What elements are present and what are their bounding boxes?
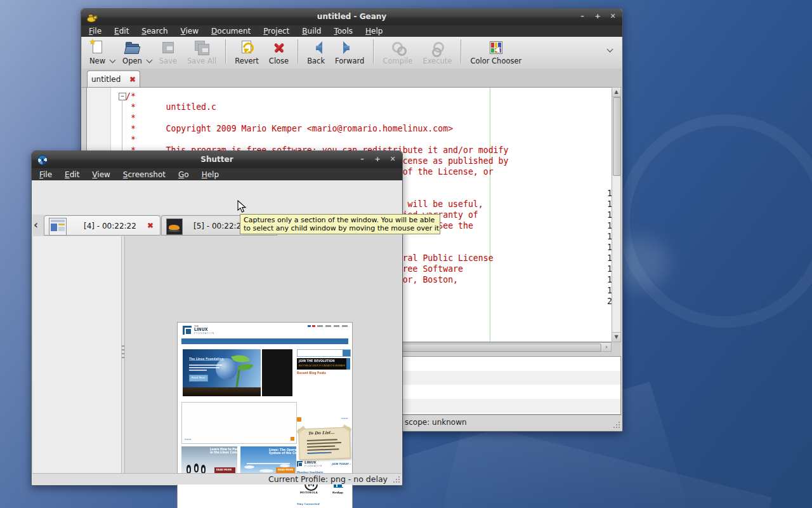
todo-title: To Do List... [308,430,334,435]
geany-menu-tools[interactable]: Tools [327,25,359,37]
scroll-up-icon[interactable]: ▲ [612,88,620,97]
tab-label: untitled [91,75,129,84]
compile-icon [390,40,405,55]
maximize-button[interactable]: + [593,11,602,22]
minimize-button[interactable]: – [578,11,587,22]
rss-icon [297,417,301,422]
geany-window-title: untitled - Geany [81,12,622,21]
screenshot-thumbnail [49,218,67,236]
blog-list [297,377,350,416]
scrollbar-thumb[interactable] [613,97,621,176]
tab-screenshot-4[interactable]: [4] - 00:22:22 ✖ [44,215,160,236]
toolbar-button-open[interactable]: Open [119,39,146,67]
hero-image: The Linux Foundation Read More [183,349,261,396]
geany-menu-file[interactable]: File [82,25,108,37]
minimize-button[interactable]: – [358,154,367,164]
toolbar-button-forward[interactable]: Forward [331,39,368,67]
resize-grip[interactable] [613,421,620,429]
geany-titlebar[interactable]: untitled - Geany – + ✕ [81,9,622,25]
tab-close-icon[interactable]: ✖ [129,75,136,84]
toolbar-button-label: Revert [235,57,259,65]
rss-icon [291,437,294,441]
editor-vertical-scrollbar[interactable]: ▲ ▼ [612,87,621,342]
wallpaper-wedge [433,420,772,508]
dropdown-chevron-icon[interactable] [110,53,115,65]
more-link: more [185,438,191,441]
maximize-button[interactable]: + [373,154,382,164]
top-links [317,325,348,327]
join-today-link: JOIN TODAY › [332,462,351,465]
flag-icon [312,325,315,327]
shutter-main-area: THE LINUX FOUNDATION The Linux Foundatio… [32,236,402,474]
shutter-menu-screenshot[interactable]: Screenshot [117,169,172,180]
shutter-statusbar: Current Profile: png - no delay [32,473,402,485]
toolbar-button-new[interactable]: ★New [86,39,109,67]
toolbar-button-close[interactable]: Close [265,39,292,67]
close-button[interactable]: ✕ [388,154,397,164]
announcements-panel: more [181,402,297,444]
scroll-down-icon[interactable]: ▼ [612,332,620,342]
wallpaper-ring [619,114,812,328]
motorola-label: MOTOROLA [300,491,318,494]
toolbar-button-label: Color Chooser [470,57,521,65]
scroll-right-icon[interactable]: › [602,343,611,351]
toolbar-button-save: Save [155,39,181,67]
toolbar-button-back[interactable]: Back [303,39,329,67]
color-chooser-icon [488,40,504,55]
geany-menu-build[interactable]: Build [296,25,327,37]
toolbar-button-revert[interactable]: Revert [231,39,263,67]
video-list [262,349,292,396]
close-icon [272,40,287,55]
stay-connected-heading: Stay Connected [297,502,320,505]
shutter-window: Shutter – + ✕ FileEditViewScreenshotGoHe… [31,150,403,486]
toolbar-button-label: Save [159,57,177,65]
shutter-menu-file[interactable]: File [33,169,58,180]
toolbar-button-compile: Compile [379,39,416,67]
toolbar-button-label: Forward [335,57,364,65]
toolbar-button-label: Open [122,57,142,65]
forward-icon [342,40,357,55]
read-more-button: READ MORE [276,467,295,473]
toolbar-button-color-chooser[interactable]: Color Chooser [466,39,525,67]
tab-scroll-left-icon[interactable]: ‹ [34,218,38,231]
geany-menu-view[interactable]: View [174,25,205,37]
toolbar-separator [373,39,374,64]
save-all-icon [194,40,209,55]
shutter-window-title: Shutter [32,155,402,164]
toolbar-button-label: Close [269,57,289,65]
screenshot-thumbnail [166,218,183,235]
dropdown-chevron-icon[interactable] [147,53,152,65]
shutter-menubar: FileEditViewScreenshotGoHelp [32,168,402,180]
mouse-cursor [237,200,247,214]
tab-untitled[interactable]: untitled ✖ [87,70,140,88]
resize-grip[interactable] [393,476,400,483]
geany-menu-edit[interactable]: Edit [108,25,135,37]
more-link: more [341,417,348,420]
read-more-button: Read More [189,375,208,382]
geany-menu-project[interactable]: Project [257,25,296,37]
tab-label: [5] - 00:22:22 [193,222,246,231]
shutter-menu-edit[interactable]: Edit [58,169,86,180]
close-button[interactable]: ✕ [608,11,617,22]
join-revolution-banner: JOIN THE REVOLUTION BECOME A LINUX FOUND… [297,358,350,370]
toolbar-button-label: Execute [422,57,452,65]
geany-tab-bar: untitled ✖ [82,69,622,88]
tab-label: [4] - 00:22:22 [84,222,136,231]
shutter-titlebar[interactable]: Shutter – + ✕ [32,151,402,168]
execute-icon [429,40,445,55]
new-file-icon: ★ [90,40,105,55]
shutter-menu-help[interactable]: Help [195,169,225,180]
shutter-menu-view[interactable]: View [86,169,116,180]
geany-menu-document[interactable]: Document [205,25,257,37]
logo-foundation: FOUNDATION [304,465,322,467]
pane-divider-grip[interactable] [122,345,124,359]
save-icon [160,40,176,55]
back-icon [308,40,324,55]
tab-close-icon[interactable]: ✖ [147,221,154,230]
cloud-banner: Linux: The OperatingSystem of the Cloud … [240,446,296,475]
toolbar-button-label: Back [307,57,325,65]
geany-menu-help[interactable]: Help [359,25,389,37]
geany-menu-search[interactable]: Search [135,25,174,37]
shutter-menu-go[interactable]: Go [172,169,195,180]
read-more-button: READ MORE [214,467,235,473]
